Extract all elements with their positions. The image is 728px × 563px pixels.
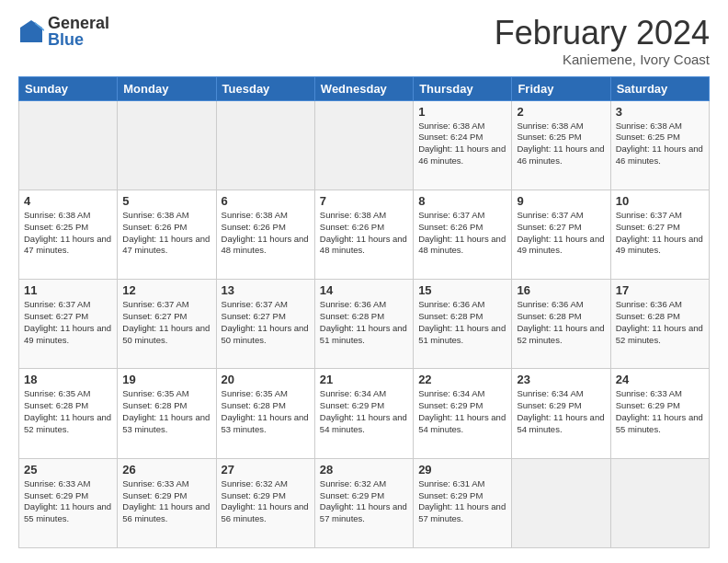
day-cell: 8Sunrise: 6:37 AM Sunset: 6:26 PM Daylig…: [414, 190, 512, 279]
col-header-friday: Friday: [512, 76, 610, 100]
day-cell: 20Sunrise: 6:35 AM Sunset: 6:28 PM Dayli…: [216, 369, 314, 458]
day-number: 29: [418, 463, 506, 477]
day-cell: 7Sunrise: 6:38 AM Sunset: 6:26 PM Daylig…: [314, 190, 413, 279]
day-info: Sunrise: 6:33 AM Sunset: 6:29 PM Dayligh…: [616, 388, 704, 435]
col-header-tuesday: Tuesday: [216, 76, 314, 100]
day-info: Sunrise: 6:34 AM Sunset: 6:29 PM Dayligh…: [418, 388, 506, 435]
day-number: 1: [418, 105, 506, 119]
day-cell: 13Sunrise: 6:37 AM Sunset: 6:27 PM Dayli…: [216, 280, 314, 369]
day-number: 9: [517, 194, 605, 208]
day-info: Sunrise: 6:36 AM Sunset: 6:28 PM Dayligh…: [517, 299, 605, 346]
week-row-4: 18Sunrise: 6:35 AM Sunset: 6:28 PM Dayli…: [19, 369, 710, 458]
day-info: Sunrise: 6:37 AM Sunset: 6:27 PM Dayligh…: [222, 299, 310, 346]
day-cell: 23Sunrise: 6:34 AM Sunset: 6:29 PM Dayli…: [512, 369, 610, 458]
day-info: Sunrise: 6:36 AM Sunset: 6:28 PM Dayligh…: [616, 299, 704, 346]
week-row-1: 1Sunrise: 6:38 AM Sunset: 6:24 PM Daylig…: [19, 100, 710, 190]
day-cell: [512, 458, 610, 547]
day-number: 12: [122, 283, 210, 297]
day-number: 7: [320, 194, 408, 208]
day-number: 19: [122, 373, 210, 386]
logo-general-label: General: [48, 15, 109, 31]
day-number: 28: [320, 463, 408, 477]
day-cell: [118, 100, 216, 190]
header: General Blue February 2024 Kaniemene, Iv…: [18, 15, 710, 67]
day-number: 16: [517, 283, 605, 297]
title-block: February 2024 Kaniemene, Ivory Coast: [495, 15, 710, 67]
col-header-wednesday: Wednesday: [314, 76, 413, 100]
day-number: 26: [122, 463, 210, 477]
day-number: 6: [222, 194, 310, 208]
title-month: February 2024: [495, 15, 710, 52]
day-cell: [216, 100, 314, 190]
day-number: 4: [24, 194, 112, 208]
day-cell: 10Sunrise: 6:37 AM Sunset: 6:27 PM Dayli…: [610, 190, 709, 279]
day-number: 3: [616, 105, 704, 119]
day-cell: 15Sunrise: 6:36 AM Sunset: 6:28 PM Dayli…: [414, 280, 512, 369]
day-number: 10: [616, 194, 704, 208]
day-info: Sunrise: 6:37 AM Sunset: 6:27 PM Dayligh…: [616, 210, 704, 257]
day-info: Sunrise: 6:32 AM Sunset: 6:29 PM Dayligh…: [222, 478, 310, 525]
day-cell: 18Sunrise: 6:35 AM Sunset: 6:28 PM Dayli…: [19, 369, 118, 458]
day-number: 21: [320, 373, 408, 386]
day-cell: 11Sunrise: 6:37 AM Sunset: 6:27 PM Dayli…: [19, 280, 118, 369]
day-info: Sunrise: 6:37 AM Sunset: 6:27 PM Dayligh…: [24, 299, 112, 346]
day-info: Sunrise: 6:38 AM Sunset: 6:25 PM Dayligh…: [616, 121, 704, 167]
day-number: 22: [418, 373, 506, 386]
day-info: Sunrise: 6:38 AM Sunset: 6:24 PM Dayligh…: [418, 121, 506, 167]
col-header-thursday: Thursday: [414, 76, 512, 100]
day-cell: [314, 100, 413, 190]
day-cell: 5Sunrise: 6:38 AM Sunset: 6:26 PM Daylig…: [118, 190, 216, 279]
day-info: Sunrise: 6:33 AM Sunset: 6:29 PM Dayligh…: [122, 478, 210, 525]
day-number: 5: [122, 194, 210, 208]
day-number: 23: [517, 373, 605, 386]
page: General Blue February 2024 Kaniemene, Iv…: [0, 0, 728, 563]
day-info: Sunrise: 6:35 AM Sunset: 6:28 PM Dayligh…: [24, 388, 112, 435]
day-info: Sunrise: 6:38 AM Sunset: 6:26 PM Dayligh…: [222, 210, 310, 257]
day-cell: 16Sunrise: 6:36 AM Sunset: 6:28 PM Dayli…: [512, 280, 610, 369]
day-cell: 14Sunrise: 6:36 AM Sunset: 6:28 PM Dayli…: [314, 280, 413, 369]
day-cell: 24Sunrise: 6:33 AM Sunset: 6:29 PM Dayli…: [610, 369, 709, 458]
day-cell: 9Sunrise: 6:37 AM Sunset: 6:27 PM Daylig…: [512, 190, 610, 279]
week-row-3: 11Sunrise: 6:37 AM Sunset: 6:27 PM Dayli…: [19, 280, 710, 369]
day-info: Sunrise: 6:35 AM Sunset: 6:28 PM Dayligh…: [122, 388, 210, 435]
day-number: 14: [320, 283, 408, 297]
col-header-saturday: Saturday: [610, 76, 709, 100]
logo-icon: [18, 18, 44, 44]
day-cell: [610, 458, 709, 547]
day-number: 11: [24, 283, 112, 297]
day-cell: 1Sunrise: 6:38 AM Sunset: 6:24 PM Daylig…: [414, 100, 512, 190]
calendar-table: SundayMondayTuesdayWednesdayThursdayFrid…: [18, 76, 710, 548]
day-info: Sunrise: 6:38 AM Sunset: 6:26 PM Dayligh…: [122, 210, 210, 257]
day-number: 15: [418, 283, 506, 297]
logo-blue-label: Blue: [48, 31, 109, 48]
day-cell: 6Sunrise: 6:38 AM Sunset: 6:26 PM Daylig…: [216, 190, 314, 279]
title-location: Kaniemene, Ivory Coast: [495, 52, 710, 67]
day-cell: 27Sunrise: 6:32 AM Sunset: 6:29 PM Dayli…: [216, 458, 314, 547]
day-cell: 26Sunrise: 6:33 AM Sunset: 6:29 PM Dayli…: [118, 458, 216, 547]
day-number: 25: [24, 463, 112, 477]
day-info: Sunrise: 6:33 AM Sunset: 6:29 PM Dayligh…: [24, 478, 112, 525]
logo-text: General Blue: [48, 15, 109, 48]
col-header-sunday: Sunday: [19, 76, 118, 100]
day-info: Sunrise: 6:32 AM Sunset: 6:29 PM Dayligh…: [320, 478, 408, 525]
day-cell: [19, 100, 118, 190]
col-header-monday: Monday: [118, 76, 216, 100]
day-number: 17: [616, 283, 704, 297]
day-info: Sunrise: 6:37 AM Sunset: 6:26 PM Dayligh…: [418, 210, 506, 257]
day-info: Sunrise: 6:31 AM Sunset: 6:29 PM Dayligh…: [418, 478, 506, 525]
day-cell: 29Sunrise: 6:31 AM Sunset: 6:29 PM Dayli…: [414, 458, 512, 547]
day-number: 18: [24, 373, 112, 386]
day-cell: 4Sunrise: 6:38 AM Sunset: 6:25 PM Daylig…: [19, 190, 118, 279]
day-info: Sunrise: 6:34 AM Sunset: 6:29 PM Dayligh…: [517, 388, 605, 435]
day-cell: 25Sunrise: 6:33 AM Sunset: 6:29 PM Dayli…: [19, 458, 118, 547]
day-cell: 28Sunrise: 6:32 AM Sunset: 6:29 PM Dayli…: [314, 458, 413, 547]
day-info: Sunrise: 6:34 AM Sunset: 6:29 PM Dayligh…: [320, 388, 408, 435]
svg-marker-0: [20, 20, 42, 42]
day-cell: 3Sunrise: 6:38 AM Sunset: 6:25 PM Daylig…: [610, 100, 709, 190]
header-row: SundayMondayTuesdayWednesdayThursdayFrid…: [19, 76, 710, 100]
day-cell: 17Sunrise: 6:36 AM Sunset: 6:28 PM Dayli…: [610, 280, 709, 369]
day-info: Sunrise: 6:35 AM Sunset: 6:28 PM Dayligh…: [222, 388, 310, 435]
day-info: Sunrise: 6:36 AM Sunset: 6:28 PM Dayligh…: [418, 299, 506, 346]
day-number: 13: [222, 283, 310, 297]
day-cell: 19Sunrise: 6:35 AM Sunset: 6:28 PM Dayli…: [118, 369, 216, 458]
